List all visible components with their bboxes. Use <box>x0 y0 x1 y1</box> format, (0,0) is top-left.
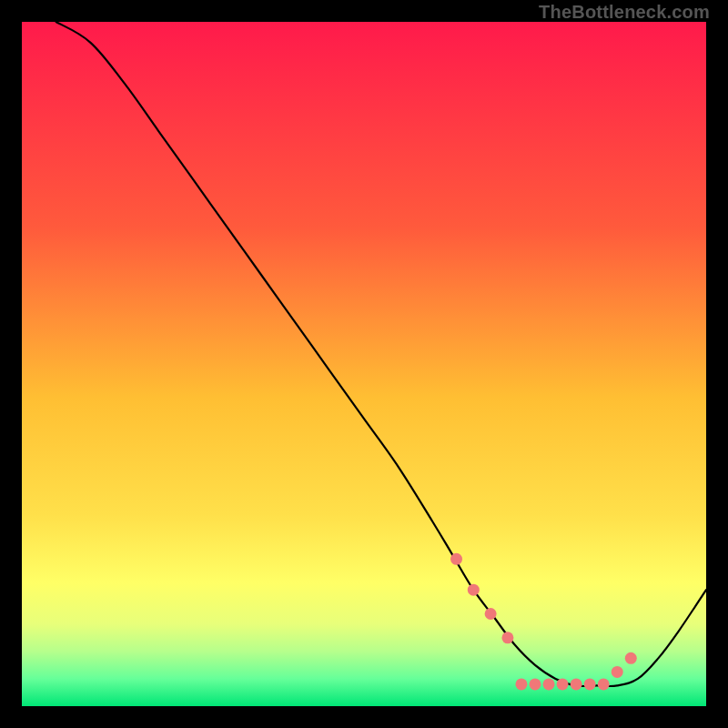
highlight-dot <box>485 608 497 620</box>
gradient-background <box>22 22 706 706</box>
chart-svg <box>22 22 706 706</box>
highlight-dot <box>450 553 462 565</box>
highlight-dot <box>571 678 582 690</box>
highlight-dot <box>598 678 610 690</box>
chart-frame: TheBottleneck.com <box>0 0 728 728</box>
highlight-dot <box>584 678 596 690</box>
highlight-dot <box>625 652 637 664</box>
highlight-dot <box>612 666 623 678</box>
highlight-dot <box>468 584 480 596</box>
watermark-text: TheBottleneck.com <box>539 2 710 23</box>
highlight-dot <box>501 632 513 643</box>
highlight-dot <box>543 678 555 690</box>
highlight-dot <box>530 678 541 690</box>
highlight-dot <box>557 678 569 690</box>
plot-area <box>22 22 706 706</box>
highlight-dot <box>515 678 527 690</box>
